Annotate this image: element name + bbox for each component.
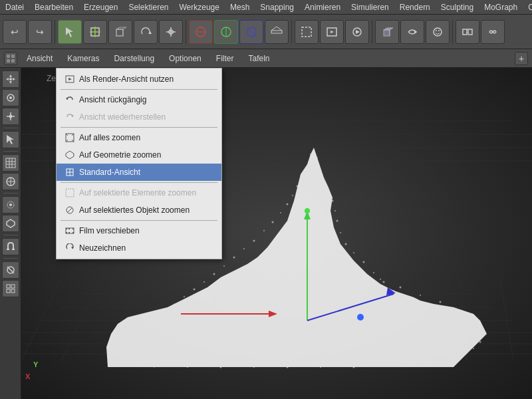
svg-rect-207 (66, 189, 74, 197)
menu-datei[interactable]: Datei (0, 1, 29, 13)
svg-point-159 (300, 270, 301, 271)
standard-view-icon (65, 167, 75, 178)
drop-film-move[interactable]: Film verschieben (57, 222, 221, 239)
scale-btn[interactable] (159, 20, 183, 44)
svg-point-30 (436, 30, 437, 31)
axis-z-btn[interactable] (239, 20, 263, 44)
lt-sep1 (3, 128, 18, 128)
menu-sculpting[interactable]: Sculpting (436, 1, 479, 13)
lt-sep5 (3, 258, 18, 259)
svg-point-108 (280, 212, 281, 213)
redo-btn[interactable]: ↪ (28, 20, 52, 44)
menu-rendern[interactable]: Rendern (394, 1, 436, 13)
svg-rect-20 (302, 27, 311, 37)
svg-marker-203 (66, 151, 74, 159)
drop-standard-view[interactable]: Standard-Ansicht (57, 164, 221, 181)
svg-point-166 (440, 301, 442, 303)
drop-zoom-object[interactable]: Auf selektiertes Objekt zoomen (57, 201, 221, 219)
svg-point-164 (400, 287, 402, 289)
svg-marker-199 (68, 78, 72, 80)
svg-point-59 (9, 203, 12, 206)
viewport-tab-icon[interactable] (4, 52, 17, 65)
lt-ban[interactable] (2, 261, 19, 279)
svg-point-184 (420, 363, 422, 365)
lt-scale[interactable] (2, 108, 19, 125)
svg-point-111 (336, 220, 338, 222)
drop-ansicht-undo[interactable]: Ansicht rückgängig (57, 91, 221, 108)
menu-mesh[interactable]: Mesh (225, 1, 255, 13)
smiley-btn[interactable] (426, 20, 450, 44)
lt-rotate[interactable] (2, 89, 19, 106)
svg-marker-200 (66, 98, 68, 100)
svg-point-130 (174, 304, 176, 306)
zoom-elements-icon (65, 188, 75, 198)
tab-ansicht[interactable]: Ansicht (21, 53, 58, 65)
viewport-tabs: Ansicht Kameras Darstellung Optionen Fil… (0, 49, 532, 68)
drop-zoom-all[interactable]: Auf alles zoomen (57, 129, 221, 146)
svg-point-168 (467, 319, 469, 321)
svg-point-146 (312, 174, 313, 175)
menu-simulieren[interactable]: Simulieren (346, 1, 394, 13)
3d-viewport[interactable]: Ze... Als Render-Ansicht nutzen Ansicht … (21, 68, 532, 399)
arrow-btn[interactable] (400, 20, 424, 44)
add-tab-btn[interactable]: + (515, 52, 528, 65)
world-btn[interactable] (265, 20, 289, 44)
drop-zoom-elements: Auf selektierte Elemente zoomen (57, 184, 221, 201)
lt-select[interactable] (2, 173, 19, 190)
tab-filter[interactable]: Filter (211, 53, 239, 65)
tab-kameras[interactable]: Kameras (62, 53, 104, 65)
lt-magnet[interactable] (2, 238, 19, 255)
svg-point-145 (315, 184, 317, 186)
axis-y-btn[interactable] (214, 20, 238, 44)
cube-btn[interactable] (375, 20, 399, 44)
lt-move[interactable] (2, 70, 19, 88)
svg-point-165 (420, 295, 421, 296)
svg-marker-22 (331, 31, 334, 33)
svg-point-144 (319, 194, 320, 195)
menu-bearbeiten[interactable]: Bearbeiten (29, 1, 78, 13)
lt-poly[interactable] (2, 215, 19, 232)
menu-snapping[interactable]: Snapping (255, 1, 299, 13)
render-region-btn[interactable] (295, 20, 319, 44)
lt-live-sel[interactable] (2, 196, 19, 213)
menu-animieren[interactable]: Animieren (299, 1, 346, 13)
svg-point-147 (127, 323, 128, 325)
tab-darstellung[interactable]: Darstellung (108, 53, 160, 65)
lt-cursor[interactable] (2, 131, 19, 148)
axis-x-btn[interactable] (189, 20, 213, 44)
render-btn[interactable] (345, 20, 369, 44)
undo-btn[interactable]: ↩ (3, 20, 27, 44)
menu-charakter[interactable]: Charak... (523, 1, 532, 13)
inf-btn[interactable] (481, 20, 505, 44)
svg-point-154 (213, 299, 215, 301)
menu-mograph[interactable]: MoGraph (479, 1, 523, 13)
svg-point-121 (373, 272, 374, 273)
box-btn[interactable] (108, 20, 132, 44)
lt-plus[interactable] (2, 280, 19, 297)
svg-rect-214 (72, 232, 74, 233)
lt-grid[interactable] (2, 154, 19, 172)
menu-erzeugen[interactable]: Erzeugen (78, 1, 123, 13)
svg-point-120 (223, 265, 225, 267)
lt-sep4 (3, 235, 18, 235)
cursor-btn[interactable] (58, 20, 82, 44)
tab-tafeln[interactable]: Tafeln (243, 53, 275, 65)
menu-werkzeuge[interactable]: Werkzeuge (174, 1, 224, 13)
svg-point-126 (194, 289, 196, 291)
drop-redraw[interactable]: Neuzeichnen (57, 239, 221, 257)
tab-optionen[interactable]: Optionen (164, 53, 207, 65)
sym-btn[interactable] (456, 20, 479, 44)
svg-marker-201 (71, 115, 74, 117)
rotate-btn[interactable] (134, 20, 158, 44)
drop-zoom-geo[interactable]: Auf Geometrie zoomen (57, 146, 221, 164)
svg-marker-24 (356, 30, 360, 34)
menu-selektieren[interactable]: Selektieren (123, 1, 174, 13)
svg-point-169 (476, 329, 477, 330)
render-view-btn[interactable] (320, 20, 344, 44)
sep5 (452, 20, 453, 44)
ansicht-undo-icon (65, 94, 75, 105)
svg-point-157 (260, 281, 261, 283)
svg-point-101 (323, 179, 325, 180)
drop-render-view[interactable]: Als Render-Ansicht nutzen (57, 70, 221, 88)
add-btn[interactable] (83, 20, 107, 44)
